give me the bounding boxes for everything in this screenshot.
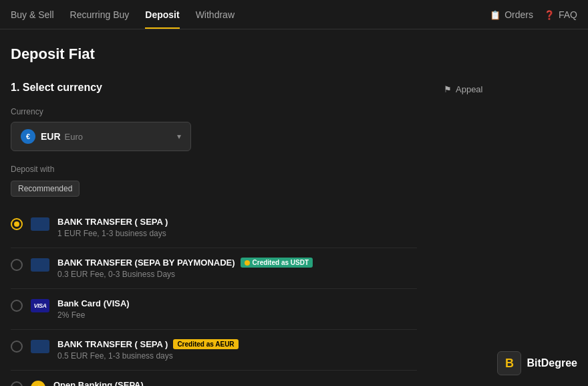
radio-paymonade[interactable] [11, 259, 23, 271]
nav-withdraw[interactable]: Withdraw [196, 1, 235, 28]
sepa-aeur-name: BANK TRANSFER ( SEPA ) Credited as AEUR [57, 339, 417, 349]
currency-icon: € [21, 129, 35, 144]
currency-label: Currency [11, 107, 417, 116]
payment-option-sepa1[interactable]: BANK TRANSFER ( SEPA ) 1 EUR Fee, 1-3 bu… [11, 207, 417, 248]
aeur-badge: Credited as AEUR [173, 339, 238, 349]
sepa-aeur-icon [31, 340, 49, 353]
paymonade-details: BANK TRANSFER (SEPA BY PAYMONADE) Credit… [57, 258, 417, 279]
sepa-icon-graphic [39, 220, 41, 228]
radio-sepa-aeur[interactable] [11, 341, 23, 353]
paymonade-name: BANK TRANSFER (SEPA BY PAYMONADE) Credit… [57, 258, 417, 268]
currency-code: EUR [41, 131, 61, 142]
section-title: 1. Select currency [11, 82, 417, 94]
visa-details: Bank Card (VISA) 2% Fee [57, 298, 417, 320]
currency-selector[interactable]: € EUR Euro ▾ [11, 122, 191, 151]
orders-link[interactable]: Orders [490, 9, 533, 20]
dropdown-arrow-icon: ▾ [177, 132, 181, 141]
sepa-aeur-details: BANK TRANSFER ( SEPA ) Credited as AEUR … [57, 339, 417, 361]
payment-option-visa[interactable]: VISA Bank Card (VISA) 2% Fee [11, 289, 417, 330]
side-panel: Appeal [444, 82, 577, 386]
form-section: 1. Select currency Currency € EUR Euro ▾… [11, 82, 417, 386]
visa-icon: VISA [31, 299, 49, 312]
visa-info: 2% Fee [57, 310, 417, 320]
orders-icon [490, 9, 500, 20]
nav-items: Buy & Sell Recurring Buy Deposit Withdra… [11, 1, 235, 28]
faq-icon [544, 9, 555, 20]
usdt-badge: Credited as USDT [241, 258, 313, 268]
usdt-badge-dot [245, 260, 250, 266]
nav-right: Orders FAQ [490, 9, 577, 20]
bitdegree-name: BitDegree [527, 357, 577, 369]
openbanking-name: Open Banking (SEPA) [53, 380, 417, 386]
radio-openbanking[interactable] [11, 381, 23, 386]
nav-buy-sell[interactable]: Buy & Sell [11, 1, 54, 28]
appeal-icon [444, 84, 452, 94]
paymonade-icon [31, 258, 49, 272]
radio-sepa1[interactable] [11, 218, 23, 230]
openbanking-icon: ⚡ [31, 381, 45, 386]
bitdegree-shield: B [497, 351, 521, 375]
faq-label: FAQ [559, 9, 577, 20]
deposit-with-label: Deposit with [11, 165, 417, 174]
appeal-link[interactable]: Appeal [444, 84, 577, 94]
recommended-badge: Recommended [11, 181, 80, 197]
nav-deposit[interactable]: Deposit [145, 1, 179, 28]
nav-recurring-buy[interactable]: Recurring Buy [70, 1, 130, 28]
visa-name: Bank Card (VISA) [57, 298, 417, 308]
payment-option-sepa-aeur[interactable]: BANK TRANSFER ( SEPA ) Credited as AEUR … [11, 330, 417, 371]
radio-visa[interactable] [11, 300, 23, 312]
sepa1-name: BANK TRANSFER ( SEPA ) [57, 217, 417, 227]
main-area: 1. Select currency Currency € EUR Euro ▾… [11, 82, 577, 386]
faq-link[interactable]: FAQ [544, 9, 577, 20]
sepa1-info: 1 EUR Fee, 1-3 business days [57, 229, 417, 238]
sepa1-details: BANK TRANSFER ( SEPA ) 1 EUR Fee, 1-3 bu… [57, 217, 417, 238]
sepa-aeur-info: 0.5 EUR Fee, 1-3 business days [57, 351, 417, 361]
currency-name: Euro [65, 132, 83, 142]
page-content: Deposit Fiat 1. Select currency Currency… [0, 29, 588, 386]
sepa-icon-graphic-2 [39, 261, 41, 269]
radio-inner-sepa1 [14, 221, 19, 227]
top-navigation: Buy & Sell Recurring Buy Deposit Withdra… [0, 0, 588, 29]
payment-options: BANK TRANSFER ( SEPA ) 1 EUR Fee, 1-3 bu… [11, 207, 417, 386]
bitdegree-logo: B BitDegree [497, 351, 577, 375]
sepa1-icon [31, 217, 49, 231]
paymonade-info: 0.3 EUR Fee, 0-3 Business Days [57, 270, 417, 279]
openbanking-details: Open Banking (SEPA) As Low As 0.50EUR Fe… [53, 380, 417, 386]
orders-label: Orders [504, 9, 533, 20]
payment-option-paymonade[interactable]: BANK TRANSFER (SEPA BY PAYMONADE) Credit… [11, 248, 417, 289]
sepa-icon-graphic-3 [39, 343, 41, 351]
page-title: Deposit Fiat [11, 45, 577, 63]
appeal-label: Appeal [456, 84, 482, 94]
payment-option-openbanking[interactable]: ⚡ Open Banking (SEPA) As Low As 0.50EUR … [11, 371, 417, 386]
